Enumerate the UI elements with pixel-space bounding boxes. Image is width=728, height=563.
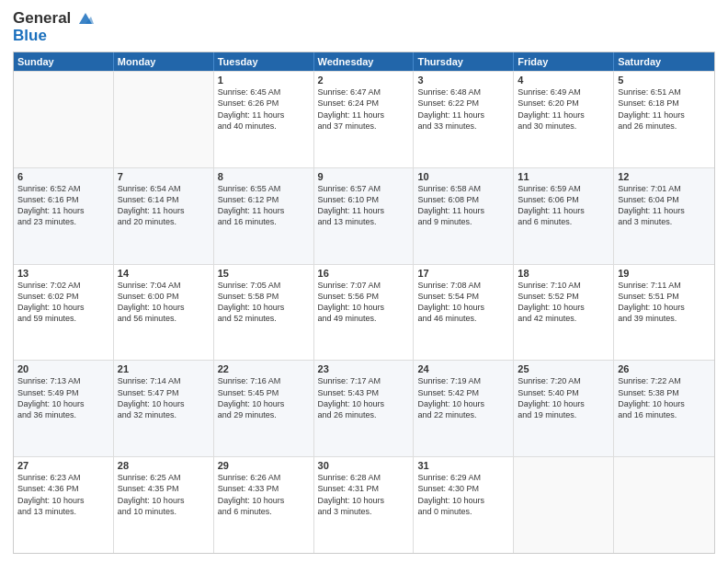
calendar-day-9: 9Sunrise: 6:57 AMSunset: 6:10 PMDaylight… — [314, 168, 415, 264]
sunset-text: Sunset: 5:54 PM — [417, 291, 509, 302]
day-info: Sunrise: 6:26 AMSunset: 4:33 PMDaylight:… — [218, 472, 310, 517]
calendar-day-6: 6Sunrise: 6:52 AMSunset: 6:16 PMDaylight… — [14, 168, 114, 264]
day-info: Sunrise: 7:16 AMSunset: 5:45 PMDaylight:… — [218, 375, 310, 420]
day-number: 27 — [17, 460, 109, 471]
daylight-text: Daylight: 11 hoursand 37 minutes. — [318, 109, 410, 132]
sunrise-text: Sunrise: 7:08 AM — [417, 280, 509, 291]
day-info: Sunrise: 7:02 AMSunset: 6:02 PMDaylight:… — [17, 280, 109, 325]
calendar-empty-cell — [514, 457, 614, 553]
calendar-day-27: 27Sunrise: 6:23 AMSunset: 4:36 PMDayligh… — [14, 457, 114, 553]
sunset-text: Sunset: 6:02 PM — [17, 291, 109, 302]
daylight-text: Daylight: 10 hoursand 10 minutes. — [118, 495, 210, 517]
sunrise-text: Sunrise: 6:48 AM — [417, 86, 509, 98]
sunset-text: Sunset: 6:10 PM — [318, 194, 410, 205]
sunset-text: Sunset: 6:24 PM — [318, 98, 410, 109]
sunset-text: Sunset: 5:49 PM — [17, 387, 109, 398]
sunrise-text: Sunrise: 6:29 AM — [417, 472, 509, 483]
sunset-text: Sunset: 6:26 PM — [218, 98, 310, 109]
day-info: Sunrise: 7:07 AMSunset: 5:56 PMDaylight:… — [318, 280, 410, 325]
day-number: 11 — [518, 171, 609, 182]
calendar-empty-cell — [614, 457, 714, 553]
day-info: Sunrise: 6:54 AMSunset: 6:14 PMDaylight:… — [118, 183, 210, 228]
daylight-text: Daylight: 11 hoursand 9 minutes. — [417, 205, 509, 227]
daylight-text: Daylight: 11 hoursand 23 minutes. — [17, 205, 109, 227]
day-number: 18 — [518, 268, 609, 279]
logo-icon — [77, 11, 94, 28]
sunrise-text: Sunrise: 7:17 AM — [318, 375, 410, 386]
daylight-text: Daylight: 10 hoursand 52 minutes. — [218, 302, 310, 324]
calendar-day-29: 29Sunrise: 6:26 AMSunset: 4:33 PMDayligh… — [214, 457, 314, 553]
daylight-text: Daylight: 11 hoursand 40 minutes. — [218, 109, 310, 132]
weekday-header-thursday: Thursday — [414, 52, 514, 71]
sunrise-text: Sunrise: 7:10 AM — [518, 280, 609, 291]
day-info: Sunrise: 6:45 AMSunset: 6:26 PMDaylight:… — [218, 86, 310, 132]
day-number: 12 — [618, 171, 711, 182]
daylight-text: Daylight: 11 hoursand 6 minutes. — [518, 205, 609, 227]
calendar-empty-cell — [114, 72, 214, 167]
sunrise-text: Sunrise: 6:49 AM — [518, 86, 609, 98]
sunrise-text: Sunrise: 6:26 AM — [218, 472, 310, 483]
calendar-day-13: 13Sunrise: 7:02 AMSunset: 6:02 PMDayligh… — [14, 265, 114, 361]
daylight-text: Daylight: 11 hoursand 30 minutes. — [518, 109, 609, 132]
day-number: 6 — [17, 171, 109, 182]
day-number: 15 — [218, 268, 310, 279]
day-info: Sunrise: 7:08 AMSunset: 5:54 PMDaylight:… — [417, 280, 509, 325]
daylight-text: Daylight: 11 hoursand 33 minutes. — [417, 109, 509, 132]
day-info: Sunrise: 7:04 AMSunset: 6:00 PMDaylight:… — [118, 280, 210, 325]
sunset-text: Sunset: 5:58 PM — [218, 291, 310, 302]
sunrise-text: Sunrise: 6:55 AM — [218, 183, 310, 194]
sunrise-text: Sunrise: 7:20 AM — [518, 375, 609, 386]
day-number: 31 — [417, 460, 509, 471]
calendar-day-19: 19Sunrise: 7:11 AMSunset: 5:51 PMDayligh… — [614, 265, 714, 361]
calendar-day-23: 23Sunrise: 7:17 AMSunset: 5:43 PMDayligh… — [314, 361, 415, 456]
sunrise-text: Sunrise: 7:19 AM — [417, 375, 509, 386]
day-number: 7 — [118, 171, 210, 182]
daylight-text: Daylight: 10 hoursand 19 minutes. — [518, 398, 609, 420]
day-number: 25 — [518, 363, 609, 374]
sunset-text: Sunset: 6:20 PM — [518, 98, 609, 109]
day-info: Sunrise: 6:55 AMSunset: 6:12 PMDaylight:… — [218, 183, 310, 228]
daylight-text: Daylight: 10 hoursand 0 minutes. — [417, 495, 509, 517]
calendar-day-1: 1Sunrise: 6:45 AMSunset: 6:26 PMDaylight… — [214, 72, 314, 167]
day-number: 22 — [218, 363, 310, 374]
daylight-text: Daylight: 10 hoursand 56 minutes. — [118, 302, 210, 324]
calendar-day-7: 7Sunrise: 6:54 AMSunset: 6:14 PMDaylight… — [114, 168, 214, 264]
sunrise-text: Sunrise: 7:16 AM — [218, 375, 310, 386]
day-info: Sunrise: 7:19 AMSunset: 5:42 PMDaylight:… — [417, 375, 509, 420]
weekday-header-friday: Friday — [514, 52, 614, 71]
calendar: SundayMondayTuesdayWednesdayThursdayFrid… — [13, 52, 715, 554]
daylight-text: Daylight: 10 hoursand 49 minutes. — [318, 302, 410, 324]
sunrise-text: Sunrise: 7:07 AM — [318, 280, 410, 291]
calendar-day-4: 4Sunrise: 6:49 AMSunset: 6:20 PMDaylight… — [514, 72, 614, 167]
calendar-empty-cell — [14, 72, 114, 167]
sunset-text: Sunset: 6:18 PM — [618, 98, 711, 109]
day-info: Sunrise: 6:49 AMSunset: 6:20 PMDaylight:… — [518, 86, 609, 132]
sunrise-text: Sunrise: 6:47 AM — [318, 86, 410, 98]
day-number: 19 — [618, 268, 711, 279]
sunset-text: Sunset: 5:38 PM — [618, 387, 711, 398]
day-info: Sunrise: 7:14 AMSunset: 5:47 PMDaylight:… — [118, 375, 210, 420]
day-info: Sunrise: 7:20 AMSunset: 5:40 PMDaylight:… — [518, 375, 609, 420]
sunset-text: Sunset: 5:43 PM — [318, 387, 410, 398]
sunset-text: Sunset: 5:40 PM — [518, 387, 609, 398]
day-number: 17 — [417, 268, 509, 279]
page-header: General Blue — [13, 9, 715, 44]
logo-blue: Blue — [13, 28, 94, 45]
day-number: 20 — [17, 363, 109, 374]
day-number: 14 — [118, 268, 210, 279]
day-number: 5 — [618, 75, 711, 86]
sunrise-text: Sunrise: 6:52 AM — [17, 183, 109, 194]
weekday-header-sunday: Sunday — [14, 52, 114, 71]
sunrise-text: Sunrise: 7:22 AM — [618, 375, 711, 386]
day-number: 30 — [318, 460, 410, 471]
daylight-text: Daylight: 10 hoursand 32 minutes. — [118, 398, 210, 420]
day-info: Sunrise: 7:10 AMSunset: 5:52 PMDaylight:… — [518, 280, 609, 325]
day-info: Sunrise: 6:47 AMSunset: 6:24 PMDaylight:… — [318, 86, 410, 132]
weekday-header-wednesday: Wednesday — [314, 52, 415, 71]
day-info: Sunrise: 6:58 AMSunset: 6:08 PMDaylight:… — [417, 183, 509, 228]
calendar-day-18: 18Sunrise: 7:10 AMSunset: 5:52 PMDayligh… — [514, 265, 614, 361]
daylight-text: Daylight: 10 hoursand 6 minutes. — [218, 495, 310, 517]
calendar-day-11: 11Sunrise: 6:59 AMSunset: 6:06 PMDayligh… — [514, 168, 614, 264]
daylight-text: Daylight: 10 hoursand 16 minutes. — [618, 398, 711, 420]
sunset-text: Sunset: 6:00 PM — [118, 291, 210, 302]
